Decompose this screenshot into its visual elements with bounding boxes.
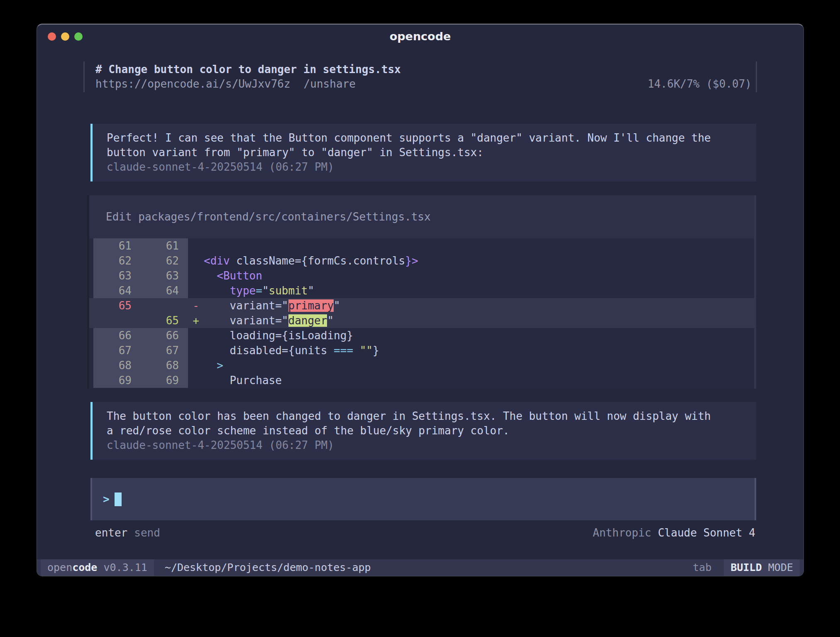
code-line [204,238,754,253]
diff-row: 6868 > [89,358,754,373]
code-token: === [334,344,353,357]
code-token: type [230,284,256,297]
code-token: primary [288,299,334,312]
code-token: " [308,284,314,297]
diff-row: 6262<div className={formCs.controls}> [89,253,754,268]
provider-label: Anthropic [593,526,651,540]
code-token: variant=" [204,299,288,312]
code-token [204,270,217,282]
text-cursor [115,492,122,506]
close-icon[interactable] [48,32,56,41]
diff-row: 65+ variant="danger" [89,313,754,328]
code-token [353,344,360,357]
diff-sign: - [188,298,204,313]
hint-row: enter send Anthropic Claude Sonnet 4 [83,526,757,540]
tab-key-hint: tab [693,559,711,576]
app-name-regular: open [47,561,72,573]
code-token: variant=" [204,314,288,327]
session-title: # Change button color to danger in setti… [95,62,401,77]
code-token: " [327,314,334,327]
token-usage-stats: 14.6K/7% ($0.07) [648,77,752,91]
share-url[interactable]: https://opencode.ai/s/UwJxv76z [95,77,291,91]
code-token [204,284,230,297]
code-line: variant="danger" [204,313,754,328]
assistant-message: Perfect! I can see that the Button compo… [90,124,756,181]
code-line: type="submit" [204,283,754,298]
diff-row: 6363 <Button [89,268,754,283]
code-token: danger [288,314,327,327]
code-token: <div [204,255,230,267]
code-token: "" [360,344,373,357]
prompt-symbol: > [103,493,110,505]
window-title: opencode [390,30,451,43]
diff-sign [188,253,204,268]
message-text: Perfect! I can see that the Button compo… [107,131,748,160]
new-line-number: 66 [141,328,188,343]
status-bar: opencode v0.3.11 ~/Desktop/Projects/demo… [37,559,803,576]
old-line-number: 62 [93,253,141,268]
edit-tool-header: Edit packages/frontend/src/containers/Se… [89,195,754,238]
send-label: send [134,526,160,540]
conversation: # Change button color to danger in setti… [37,48,803,559]
message-meta: claude-sonnet-4-20250514 (06:27 PM) [107,160,748,174]
diff-sign [188,373,204,388]
diff-sign [188,343,204,358]
new-line-number: 63 [141,268,188,283]
mode-suffix: MODE [762,561,793,573]
code-token: <Button [217,270,262,282]
minimize-icon[interactable] [61,32,69,41]
code-token: " [334,299,340,312]
diff-sign [188,328,204,343]
diff-row: 6969 Purchase [89,373,754,388]
diff-table: 61616262<div className={formCs.controls}… [89,238,754,389]
edit-tool-block: Edit packages/frontend/src/containers/Se… [87,195,756,389]
code-line: loading={isLoading} [204,328,754,343]
traffic-lights [48,32,83,41]
code-line: > [204,358,754,373]
code-token: Purchase [204,374,282,387]
code-token: loading={isLoading} [204,329,353,342]
new-line-number: 67 [141,343,188,358]
new-line-number: 65 [141,313,188,328]
app-version: v0.3.11 [97,561,147,573]
titlebar: opencode [37,24,803,48]
diff-sign [188,268,204,283]
build-mode-badge[interactable]: BUILD MODE [724,559,800,576]
code-token: } [373,344,379,357]
diff-row: 6161 [89,238,754,253]
diff-row: 6666 loading={isLoading} [89,328,754,343]
code-token: submit [269,284,308,297]
diff-row: 65- variant="primary" [89,298,754,313]
prompt-input[interactable]: > [90,478,756,520]
new-line-number: 64 [141,283,188,298]
new-line-number: 69 [141,373,188,388]
code-token: className={formCs.controls [230,255,405,267]
old-line-number: 68 [93,358,141,373]
diff-row: 6464 type="submit" [89,283,754,298]
code-token: = [256,284,262,297]
diff-sign [188,358,204,373]
new-line-number [141,298,188,313]
zoom-icon[interactable] [74,32,83,41]
new-line-number: 68 [141,358,188,373]
message-text: The button color has been changed to dan… [107,409,748,438]
session-header: # Change button color to danger in setti… [83,61,757,92]
diff-sign [188,238,204,253]
old-line-number: 66 [93,328,141,343]
code-line: disabled={units === ""} [204,343,754,358]
code-token [204,359,217,372]
new-line-number: 61 [141,238,188,253]
old-line-number: 65 [93,298,141,313]
diff-sign [188,283,204,298]
cwd-path: ~/Desktop/Projects/demo-notes-app [165,559,371,576]
model-label: Claude Sonnet 4 [658,526,755,540]
unshare-command[interactable]: /unshare [304,77,356,91]
code-token: disabled={units [204,344,334,357]
old-line-number: 69 [93,373,141,388]
old-line-number: 63 [93,268,141,283]
assistant-message: The button color has been changed to dan… [90,402,756,460]
diff-sign: + [188,313,204,328]
old-line-number [93,313,141,328]
old-line-number: 67 [93,343,141,358]
code-line: variant="primary" [204,298,754,313]
